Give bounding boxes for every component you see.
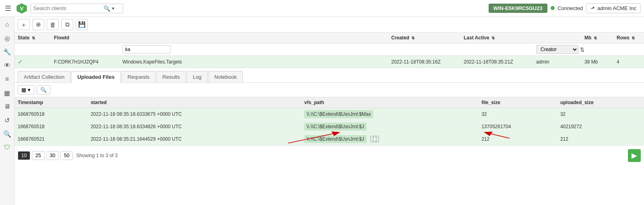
binoculars-icon: 🔍	[40, 87, 47, 93]
th-timestamp: Timestamp	[14, 97, 87, 108]
files-table: Timestamp started vfs_path file_size upl…	[14, 97, 644, 146]
search-box: 🔍 ▾	[31, 4, 123, 13]
sidebar-icon-target[interactable]: ◎	[1, 32, 13, 44]
cell-started: 2022-11-18 08:35:18.6334826 +0000 UTC	[87, 121, 301, 133]
th-file-size: file_size	[478, 97, 557, 108]
vfs-path-value: \\.\\C:\$Extend\$UsnJrnl:$Max	[304, 110, 373, 118]
page-10-button[interactable]: 10	[18, 151, 30, 160]
flow-creator-cell: admin	[536, 59, 584, 65]
tab-artifact-collection[interactable]: Artifact Collection	[18, 71, 70, 82]
cell-file-size: 32	[478, 108, 557, 121]
green-action-button[interactable]: ▶	[628, 149, 641, 162]
th-uploaded-size: uploaded_size	[557, 97, 644, 108]
cell-timestamp: 1668760521	[14, 133, 87, 146]
cell-started: 2022-11-18 08:35:18.6333675 +0000 UTC	[87, 108, 301, 121]
state-checkmark: ✓	[18, 58, 54, 66]
pagination-info: Showing 1 to 3 of 3	[76, 153, 118, 158]
vfs-path-value: \\.\\C:\$Extend\$UsnJrnl:$J	[304, 123, 367, 131]
flow-mb-cell: 38 Mb	[584, 59, 617, 65]
search-input[interactable]	[33, 5, 102, 11]
flow-name-filter[interactable]	[122, 45, 171, 53]
tab-requests[interactable]: Requests	[122, 71, 156, 82]
add-button[interactable]: +	[18, 19, 30, 30]
table-row[interactable]: 1668760518 2022-11-18 08:35:18.6333675 +…	[14, 108, 644, 121]
delete-button[interactable]: 🗑	[47, 19, 59, 30]
col-rows[interactable]: Rows ⇅	[617, 35, 641, 41]
sidebar-icon-monitor[interactable]: 🖥	[1, 100, 13, 113]
sidebar-icon-shield[interactable]: 🛡	[1, 141, 13, 154]
copy-button[interactable]: ⧉	[61, 19, 73, 30]
vfs-path-value: \\.\\C:\$Extend\$UsnJrnl:$J	[304, 135, 367, 143]
sidebar-icon-grid[interactable]: ▦	[1, 87, 13, 99]
tab-bar: Artifact Collection Uploaded Files Reque…	[14, 68, 644, 83]
cell-timestamp: 1668760518	[14, 108, 87, 121]
menu-icon[interactable]: ☰	[3, 2, 13, 14]
flow-table-header: State ⇅ FlowId Created ⇅ Last Active ⇅ M…	[14, 33, 644, 43]
grid-dropdown-icon: ▾	[28, 87, 31, 93]
col-creator	[536, 35, 584, 41]
cell-started: 2022-11-18 08:35:21.1644529 +0000 UTC	[87, 133, 301, 146]
svg-text:V: V	[20, 6, 24, 12]
creator-filter: Creator admin ⇅	[536, 45, 584, 54]
filter-row: Creator admin ⇅	[14, 43, 644, 56]
cell-timestamp: 1668760518	[14, 121, 87, 133]
cell-file-size: 13705261704	[478, 121, 557, 133]
col-state[interactable]: State ⇅	[18, 35, 54, 41]
sidebar-icon-list[interactable]: ≡	[1, 73, 13, 85]
tab-results[interactable]: Results	[157, 71, 186, 82]
creator-sort-icon: ⇅	[580, 47, 584, 53]
sidebar-icon-tool[interactable]: 🔧	[1, 46, 13, 58]
file-grid-button[interactable]: ▦ ▾	[18, 85, 34, 94]
cell-file-size: 212	[478, 133, 557, 146]
cell-uploaded-size: 40219272	[557, 121, 644, 133]
pagination: 10 25 30 50 Showing 1 to 3 of 3 ▶	[14, 146, 644, 165]
sidebar-icon-history[interactable]: ↺	[1, 114, 13, 126]
table-row[interactable]: 1668760518 2022-11-18 08:35:18.6334826 +…	[14, 121, 644, 133]
col-lastactive[interactable]: Last Active ⇅	[464, 35, 536, 41]
main-content: + ⊕ 🗑 ⧉ 💾 State ⇅ FlowId Created ⇅ Last …	[14, 17, 644, 205]
col-mb[interactable]: Mb ⇅	[584, 35, 617, 41]
col-created[interactable]: Created ⇅	[391, 35, 464, 41]
client-id-badge[interactable]: WIN-E5K9RC5GU23	[489, 4, 547, 13]
flow-lastactive-cell: 2022-11-18T08:35:21Z	[464, 59, 536, 65]
target-button[interactable]: ⊕	[32, 19, 44, 30]
file-toolbar: ▦ ▾ 🔍	[14, 83, 644, 97]
sidebar-icon-home[interactable]: ⌂	[1, 18, 13, 31]
file-area: ▦ ▾ 🔍 Timestamp started vfs	[14, 83, 644, 205]
page-30-button[interactable]: 30	[46, 151, 59, 160]
page-25-button[interactable]: 25	[32, 151, 44, 160]
topbar: ☰ V 🔍 ▾ WIN-E5K9RC5GU23 Connected ⬏ admi…	[0, 0, 644, 17]
col-flowid[interactable]: FlowId	[54, 35, 122, 41]
save-button[interactable]: 💾	[76, 19, 88, 30]
tab-uploaded-files[interactable]: Uploaded Files	[71, 71, 120, 83]
flow-row[interactable]: ✓ F.CDRK7H1HJ2QP4 Windows.KapeFiles.Targ…	[14, 56, 644, 68]
admin-section[interactable]: ⬏ admin ACME Inc	[586, 3, 641, 13]
redirect-icon: ⬏	[590, 5, 595, 11]
connected-label: Connected	[557, 5, 583, 11]
file-search-button[interactable]: 🔍	[37, 85, 50, 94]
col-flowname	[122, 35, 391, 41]
th-vfs-path: vfs_path	[301, 97, 478, 108]
tab-notebook[interactable]: Notebook	[208, 71, 243, 82]
flow-created-cell: 2022-11-18T08:35:16Z	[391, 59, 464, 65]
logo-icon: V	[16, 3, 27, 14]
page-50-button[interactable]: 50	[60, 151, 73, 160]
cell-vfs-path: \\.\\C:\$Extend\$UsnJrnl:$J	[301, 121, 478, 133]
cell-vfs-path: \\.\\C:\$Extend\$UsnJrnl:$Max	[301, 108, 478, 121]
layout: ⌂ ◎ 🔧 👁 ≡ ▦ 🖥 ↺ 🔍 🛡 + ⊕ 🗑 ⧉ 💾 State ⇅	[0, 17, 644, 205]
flow-toolbar: + ⊕ 🗑 ⧉ 💾	[14, 17, 644, 33]
expand-button[interactable]: ⛶	[370, 136, 379, 142]
flow-id-cell: F.CDRK7H1HJ2QP4	[54, 59, 122, 65]
search-button[interactable]: 🔍	[103, 5, 110, 12]
table-row[interactable]: 1668760521 2022-11-18 08:35:21.1644529 +…	[14, 133, 644, 146]
search-dropdown-button[interactable]: ▾	[112, 6, 114, 11]
sidebar-icon-search2[interactable]: 🔍	[1, 128, 13, 140]
files-table-wrapper: Timestamp started vfs_path file_size upl…	[14, 97, 644, 146]
creator-select[interactable]: Creator admin	[536, 45, 578, 54]
tab-log[interactable]: Log	[187, 71, 208, 82]
cell-uploaded-size: 32	[557, 108, 644, 121]
admin-label: admin ACME Inc	[597, 5, 636, 11]
sidebar-icon-eye[interactable]: 👁	[1, 59, 13, 72]
cell-vfs-path: \\.\\C:\$Extend\$UsnJrnl:$J ⛶	[301, 133, 478, 146]
files-table-body: 1668760518 2022-11-18 08:35:18.6333675 +…	[14, 108, 644, 146]
